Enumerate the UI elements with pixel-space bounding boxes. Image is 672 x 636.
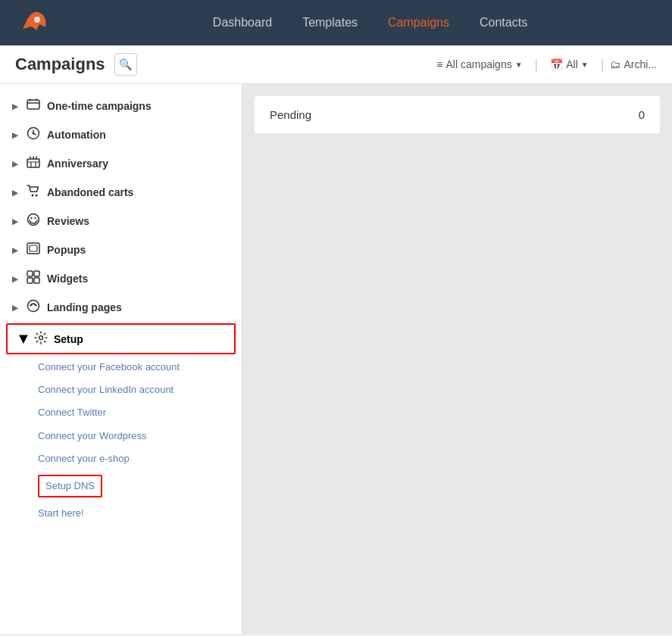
logo[interactable]	[15, 6, 53, 39]
arrow-icon: ▶	[12, 189, 20, 197]
sidebar-item-reviews[interactable]: ▶ Reviews	[0, 207, 242, 235]
sidebar-subitem-connect-linkedin[interactable]: Connect your LinkedIn account	[38, 379, 242, 401]
search-icon: 🔍	[119, 58, 132, 70]
arrow-down-icon: ▶	[18, 335, 30, 343]
search-button[interactable]: 🔍	[114, 53, 137, 76]
setup-icon	[34, 331, 48, 347]
arrow-icon: ▶	[12, 217, 20, 226]
svg-rect-14	[34, 271, 39, 276]
landing-pages-icon	[26, 299, 41, 316]
date-filter-label: All	[566, 58, 578, 70]
sidebar-subitem-connect-twitter[interactable]: Connect Twitter	[38, 401, 242, 424]
sidebar-item-landing-pages-label: Landing pages	[47, 301, 122, 313]
nav-links: Dashboard Templates Campaigns Contacts	[83, 16, 657, 30]
sidebar-item-setup-label: Setup	[54, 333, 83, 345]
svg-rect-16	[34, 278, 39, 283]
nav-dashboard[interactable]: Dashboard	[213, 16, 272, 30]
svg-rect-5	[27, 159, 39, 167]
separator-2: |	[601, 57, 605, 73]
sidebar-item-widgets[interactable]: ▶ Widgets	[0, 264, 242, 293]
svg-point-1	[34, 17, 40, 23]
sidebar-item-popups-label: Popups	[47, 244, 86, 256]
svg-point-4	[33, 132, 35, 135]
sidebar: ▶ One-time campaigns ▶ Automation ▶ Anni…	[0, 84, 242, 634]
layout: ▶ One-time campaigns ▶ Automation ▶ Anni…	[0, 84, 672, 634]
svg-rect-15	[27, 278, 33, 283]
date-filter[interactable]: 📅 All ▼	[544, 55, 594, 73]
arrow-icon: ▶	[12, 160, 20, 168]
sidebar-subitem-connect-wordpress[interactable]: Connect your Wordpress	[38, 425, 242, 447]
sidebar-item-anniversary-label: Anniversary	[47, 157, 108, 170]
campaigns-filter[interactable]: ≡ All campaigns ▼	[430, 55, 528, 73]
campaigns-filter-label: All campaigns	[446, 58, 512, 70]
svg-point-8	[30, 217, 32, 219]
sidebar-item-automation[interactable]: ▶ Automation	[0, 120, 242, 149]
pending-card: Pending 0	[255, 96, 660, 133]
sidebar-item-abandoned-carts-label: Abandoned carts	[47, 186, 133, 198]
anniversary-icon	[26, 155, 41, 172]
filter-bar: ≡ All campaigns ▼ | 📅 All ▼ | 🗂 Archi...	[430, 55, 657, 73]
sidebar-item-one-time[interactable]: ▶ One-time campaigns	[0, 92, 242, 120]
arrow-icon: ▶	[12, 304, 20, 312]
widgets-icon	[26, 270, 41, 287]
chevron-down-icon: ▼	[515, 61, 523, 69]
one-time-icon	[26, 98, 41, 114]
pending-count: 0	[639, 108, 645, 121]
sidebar-item-anniversary[interactable]: ▶ Anniversary	[0, 149, 242, 178]
svg-point-20	[39, 336, 43, 340]
sidebar-subitem-connect-facebook[interactable]: Connect your Facebook account	[38, 356, 242, 379]
svg-point-18	[30, 304, 32, 305]
cart-icon	[26, 184, 41, 201]
top-nav: Dashboard Templates Campaigns Contacts	[0, 0, 672, 45]
arrow-icon: ▶	[12, 275, 20, 283]
sidebar-subitem-start-here[interactable]: Start here!	[38, 502, 242, 525]
pending-label: Pending	[270, 108, 311, 121]
svg-point-7	[36, 195, 38, 197]
filter-icon: ≡	[436, 58, 442, 70]
sidebar-item-setup[interactable]: ▶ Setup	[6, 323, 236, 354]
reviews-icon	[26, 213, 41, 229]
nav-campaigns[interactable]: Campaigns	[388, 16, 449, 30]
chevron-down-icon-2: ▼	[581, 61, 589, 69]
nav-templates[interactable]: Templates	[302, 16, 358, 30]
page-header: Campaigns 🔍 ≡ All campaigns ▼ | 📅 All ▼ …	[0, 45, 672, 84]
archive-filter[interactable]: 🗂 Archi...	[610, 58, 657, 70]
page-title: Campaigns	[15, 55, 105, 74]
arrow-icon: ▶	[12, 102, 20, 111]
sidebar-item-landing-pages[interactable]: ▶ Landing pages	[0, 293, 242, 322]
archive-label: Archi...	[624, 58, 657, 70]
separator-1: |	[535, 57, 539, 73]
sidebar-subitem-connect-eshop[interactable]: Connect your e-shop	[38, 447, 242, 470]
calendar-icon: 📅	[550, 58, 563, 70]
svg-rect-2	[27, 100, 39, 109]
popups-icon	[26, 242, 41, 258]
setup-subitems: Connect your Facebook account Connect yo…	[0, 356, 242, 525]
sidebar-subitem-setup-dns[interactable]: Setup DNS	[38, 475, 102, 497]
sidebar-item-popups[interactable]: ▶ Popups	[0, 235, 242, 264]
svg-rect-13	[27, 271, 33, 276]
svg-point-9	[34, 217, 36, 219]
arrow-icon: ▶	[12, 246, 20, 254]
sidebar-item-abandoned-carts[interactable]: ▶ Abandoned carts	[0, 178, 242, 207]
sidebar-item-reviews-label: Reviews	[47, 215, 89, 227]
svg-point-17	[28, 301, 39, 312]
arrow-icon: ▶	[12, 131, 20, 139]
main-content: Pending 0	[242, 84, 672, 634]
sidebar-item-one-time-label: One-time campaigns	[47, 100, 152, 112]
archive-icon: 🗂	[610, 58, 620, 70]
svg-point-19	[34, 304, 36, 305]
svg-point-6	[32, 195, 34, 197]
svg-rect-12	[30, 245, 37, 251]
automation-icon	[26, 126, 41, 143]
sidebar-item-widgets-label: Widgets	[47, 273, 88, 285]
nav-contacts[interactable]: Contacts	[480, 16, 527, 30]
sidebar-item-automation-label: Automation	[47, 129, 106, 141]
